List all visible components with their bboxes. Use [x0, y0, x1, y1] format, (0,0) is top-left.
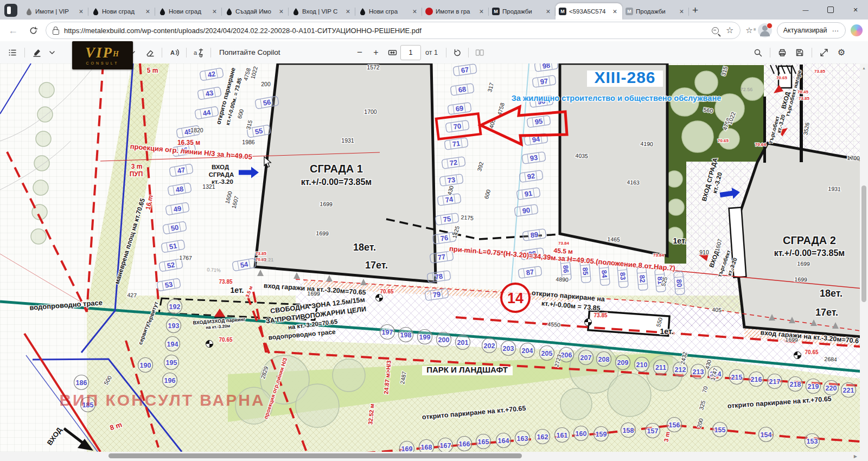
translate-icon[interactable]: a — [190, 44, 207, 61]
parking-spot-number: 76 — [440, 234, 449, 243]
parking-spot-201: 201 — [456, 335, 470, 350]
parking-spot-number: 52 — [167, 260, 176, 270]
parking-spot-number: 205 — [541, 350, 553, 357]
fullscreen-icon[interactable] — [816, 44, 832, 61]
browser-tab-4[interactable]: Създай Имо✕ — [222, 3, 289, 20]
favorites-bar-icon[interactable]: ☆≡ — [745, 25, 752, 35]
copilot-icon[interactable] — [851, 24, 863, 36]
tab-close-icon[interactable]: ✕ — [277, 8, 285, 15]
plan-label: 2175 — [461, 214, 474, 221]
scroll-up-arrow[interactable]: ▲ — [860, 66, 868, 70]
browser-tab-3[interactable]: Нови сград✕ — [155, 3, 222, 20]
scroll-right-arrow[interactable]: ▶ — [854, 454, 857, 459]
tab-close-icon[interactable]: ✕ — [678, 8, 686, 15]
fit-width-icon[interactable] — [384, 44, 400, 61]
tab-close-icon[interactable]: ✕ — [411, 8, 419, 15]
parking-spot-number: 221 — [843, 387, 854, 394]
browser-tab-6[interactable]: Нови сгра✕ — [355, 3, 422, 20]
tab-close-icon[interactable]: ✕ — [611, 8, 619, 15]
plan-label: 70.64 — [755, 142, 767, 147]
vertical-scroll-thumb[interactable] — [861, 185, 866, 302]
notification-dot — [767, 23, 773, 29]
browser-tab-8[interactable]: MПродажби✕ — [489, 3, 556, 20]
parking-spot-number: 48 — [175, 184, 184, 194]
parking-spot-number: 216 — [751, 376, 762, 383]
maximize-icon — [827, 7, 834, 13]
horizontal-scrollbar[interactable]: ▶ — [0, 452, 860, 461]
parking-spot-220: 220 — [824, 381, 839, 395]
new-tab-button[interactable]: + — [692, 4, 698, 16]
ask-copilot-button[interactable]: Попитайте Copilot — [219, 48, 280, 56]
parking-spot-166: 166 — [457, 437, 472, 451]
workspace-icon[interactable] — [4, 4, 17, 17]
zoom-in-icon[interactable]: + — [368, 44, 384, 61]
profile-avatar[interactable] — [758, 23, 772, 37]
plan-label: 1699 — [794, 276, 807, 283]
horizontal-scroll-thumb[interactable] — [108, 453, 522, 458]
browser-tab-9[interactable]: M<593A5C574✕ — [556, 3, 622, 20]
url-bar[interactable]: https://metalexbuild.com/wp-content/uplo… — [46, 22, 741, 39]
plan-label: ВИП КОНСУЛТ ВАРНА — [59, 391, 265, 409]
plan-label: 72.21 — [261, 257, 274, 262]
refresh-button[interactable] — [25, 23, 41, 38]
more-menu-icon[interactable]: ⋯ — [832, 27, 840, 35]
parking-spot-number: 82 — [638, 274, 647, 283]
plan-label: 1700 — [364, 108, 377, 115]
favorite-star-icon[interactable]: ☆ — [726, 26, 733, 35]
highlighter-icon[interactable] — [29, 44, 45, 61]
parking-spot-221: 221 — [841, 383, 856, 398]
parking-spot-number: 201 — [457, 339, 469, 347]
plan-label: 4035 — [575, 152, 588, 159]
search-icon[interactable] — [750, 44, 766, 61]
tab-title: Нови сгра — [369, 8, 408, 15]
browser-tab-7[interactable]: Имоти в гра✕ — [422, 3, 489, 20]
plan-label: 70.65 — [776, 75, 788, 80]
tab-close-icon[interactable]: ✕ — [77, 8, 85, 15]
parking-spot-number: 192 — [169, 303, 181, 311]
save-icon[interactable] — [792, 44, 808, 61]
zoom-out-icon[interactable]: − — [352, 44, 368, 61]
tab-close-icon[interactable]: ✕ — [144, 8, 152, 15]
plan-label: 910 — [699, 249, 709, 255]
back-button[interactable]: ← — [5, 23, 21, 38]
browser-tab-1[interactable]: Имоти | VIP✕ — [22, 3, 88, 20]
plan-label: СГРАДА 2 — [783, 234, 836, 246]
browser-tab-2[interactable]: Нови сград✕ — [88, 3, 155, 20]
read-aloud-icon[interactable]: A — [166, 44, 182, 61]
parking-spot-198: 198 — [399, 328, 413, 342]
plan-label: 73.85 — [593, 312, 607, 318]
parking-spot-number: 217 — [769, 378, 781, 386]
rotate-icon[interactable] — [449, 44, 465, 61]
tab-close-icon[interactable]: ✕ — [344, 8, 352, 15]
close-window-button[interactable]: ✕ — [843, 0, 868, 20]
parking-spot-number: 199 — [419, 334, 431, 341]
tab-title: Създай Имо — [235, 8, 275, 15]
settings-gear-icon[interactable]: ⚙ — [833, 44, 850, 61]
zoom-out-page-icon[interactable] — [712, 27, 719, 34]
parking-spot-82: 82 — [637, 267, 648, 290]
parking-spot-number: 161 — [557, 432, 568, 439]
eraser-icon[interactable] — [142, 44, 158, 61]
tab-close-icon[interactable]: ✕ — [210, 8, 219, 15]
parking-spot-number: 67 — [461, 66, 469, 75]
tab-close-icon[interactable]: ✕ — [544, 8, 552, 15]
url-text[interactable]: https://metalexbuild.com/wp-content/uplo… — [64, 27, 707, 35]
scrollbar-corner — [860, 452, 868, 461]
browser-tab-5[interactable]: Вход | VIP C✕ — [289, 3, 355, 20]
parking-spot-number: 212 — [675, 366, 686, 374]
maximize-button[interactable] — [818, 0, 843, 20]
vertical-scrollbar[interactable]: ▲ — [860, 63, 868, 452]
page-number-input[interactable] — [400, 45, 421, 60]
lock-icon — [53, 29, 59, 35]
plan-label: 1572 — [367, 64, 380, 71]
minimize-button[interactable]: — — [793, 0, 818, 20]
plan-label: 1699 — [307, 290, 320, 297]
update-button[interactable]: Актуализирай ⋯ — [777, 22, 846, 39]
highlighter-dropdown-icon[interactable] — [44, 44, 60, 61]
toc-icon[interactable] — [4, 44, 21, 61]
tab-close-icon[interactable]: ✕ — [477, 8, 486, 15]
print-icon[interactable] — [774, 44, 790, 61]
browser-tab-bar: Имоти | VIP✕Нови сград✕Нови сград✕Създай… — [0, 0, 868, 20]
browser-tab-10[interactable]: MПродажби✕ — [622, 3, 689, 20]
parking-spot-number: 206 — [561, 351, 572, 359]
